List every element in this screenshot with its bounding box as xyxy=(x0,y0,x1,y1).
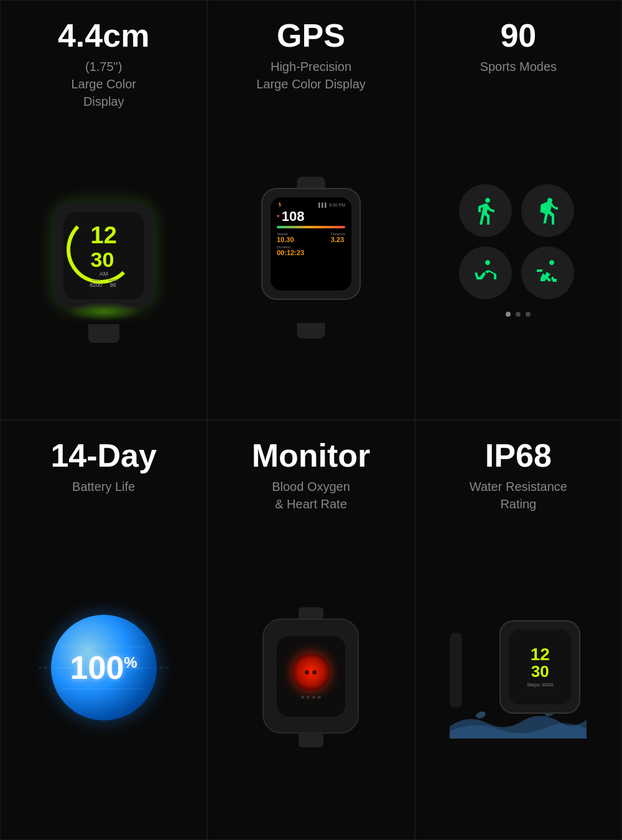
watch2-duration: Duration 00:12:23 xyxy=(277,245,345,256)
monitor-image xyxy=(220,525,401,827)
watch1-glow xyxy=(67,302,141,321)
water-band-side xyxy=(450,633,462,707)
feature-grid: 4.4cm (1.75")Large ColorDisplay 1230 AM … xyxy=(0,0,622,840)
monitor-subtitle: Blood Oxygen& Heart Rate xyxy=(272,478,350,513)
watch2-bar xyxy=(277,226,345,228)
run-icon xyxy=(533,196,563,226)
sensor-watch xyxy=(262,618,359,734)
cell-display: 4.4cm (1.75")Large ColorDisplay 1230 AM … xyxy=(0,0,207,420)
watch1-steps: Steps 8200 xyxy=(90,278,102,288)
battery-image: 100% xyxy=(13,508,194,827)
dot-1 xyxy=(506,312,511,317)
sensor-holes xyxy=(301,696,321,699)
sports-title: 90 xyxy=(500,19,536,52)
sensor-dot-2 xyxy=(312,670,317,674)
sensor-hole-2 xyxy=(307,696,310,699)
jog-icon xyxy=(471,258,501,288)
planet-line-3 xyxy=(62,689,146,689)
planet: 100% xyxy=(42,605,166,730)
planet-line-1 xyxy=(62,646,146,647)
water-watch-main: 12 30 Steps: 8200 xyxy=(499,620,580,714)
sensor-hole-1 xyxy=(301,696,304,699)
dot-2 xyxy=(516,312,521,317)
watch2-hr-value: 108 xyxy=(282,210,305,223)
watch2-screen: 🏃 ▌▌▌ 8:00 PM ♥ 108 Speed 10.30 xyxy=(271,197,351,291)
display-image: 1230 AM Steps 8200 Heart 86 xyxy=(13,123,194,407)
watch1-ampm: AM xyxy=(100,271,108,277)
sensor-light xyxy=(292,653,330,691)
watch2-speed: Speed 10.30 xyxy=(277,232,294,243)
watch1-time: 1230 xyxy=(91,223,117,271)
cell-sports: 90 Sports Modes xyxy=(415,0,622,420)
dots-row xyxy=(506,312,531,317)
dot-3 xyxy=(526,312,531,317)
battery-percent: 100% xyxy=(70,649,137,686)
watch2-top-bar: 🏃 ▌▌▌ 8:00 PM xyxy=(277,202,345,208)
planet-body: 100% xyxy=(51,615,157,721)
battery-subtitle: Battery Life xyxy=(72,478,135,495)
cell-gps: GPS High-PrecisionLarge Color Display 🏃 … xyxy=(207,0,414,420)
display-title: 4.4cm xyxy=(58,19,149,52)
watch1-body: 1230 AM Steps 8200 Heart 86 xyxy=(54,203,154,309)
watch2-distance: Distance 3.23 xyxy=(331,232,345,243)
gps-image: 🏃 ▌▌▌ 8:00 PM ♥ 108 Speed 10.30 xyxy=(220,105,401,407)
watch2-band-bottom xyxy=(297,323,325,338)
gps-subtitle: High-PrecisionLarge Color Display xyxy=(256,58,366,93)
watch1-heart: Heart 86 xyxy=(108,278,118,288)
sports-image xyxy=(428,88,609,407)
battery-title: 14-Day xyxy=(50,439,157,472)
sensor-band-bottom xyxy=(299,732,323,747)
watch2-band-top xyxy=(297,177,325,189)
sensor-back xyxy=(277,636,345,717)
watch2-stats: Speed 10.30 Distance 3.23 xyxy=(277,232,345,243)
water-watch-container: 12 30 Steps: 8200 xyxy=(450,614,587,739)
sensor-watch-wrapper xyxy=(262,618,359,734)
cell-battery: 14-Day Battery Life 100% xyxy=(0,420,207,840)
walk-icon xyxy=(471,196,501,226)
monitor-title: Monitor xyxy=(252,439,371,472)
watch1-screen: 1230 AM Steps 8200 Heart 86 xyxy=(63,212,144,299)
svg-point-0 xyxy=(475,710,486,719)
watch1: 1230 AM Steps 8200 Heart 86 xyxy=(48,203,160,327)
watch1-band xyxy=(88,324,119,343)
sensor-hole-4 xyxy=(318,696,321,699)
water-image: 12 30 Steps: 8200 xyxy=(428,525,609,827)
sports-content xyxy=(459,178,577,317)
sensor-dot-1 xyxy=(305,670,309,674)
watch2-body: 🏃 ▌▌▌ 8:00 PM ♥ 108 Speed 10.30 xyxy=(261,188,361,300)
sensor-band-top xyxy=(299,607,323,620)
sensor-hole-3 xyxy=(312,696,315,699)
percent-symbol: % xyxy=(124,653,137,670)
water-subtitle: Water ResistanceRating xyxy=(470,478,567,513)
heart-icon: ♥ xyxy=(277,213,280,219)
sports-grid xyxy=(459,184,577,302)
sport-run xyxy=(521,184,574,237)
water-title: IP68 xyxy=(485,439,552,472)
water-time2: 30 xyxy=(531,663,549,679)
watch2: 🏃 ▌▌▌ 8:00 PM ♥ 108 Speed 10.30 xyxy=(255,188,367,325)
sports-subtitle: Sports Modes xyxy=(480,58,557,75)
gps-title: GPS xyxy=(277,19,345,52)
water-time: 12 xyxy=(531,646,550,663)
watch1-stats: Steps 8200 Heart 86 xyxy=(90,278,118,288)
water-screen: 12 30 Steps: 8200 xyxy=(509,630,571,704)
cell-monitor: Monitor Blood Oxygen& Heart Rate xyxy=(207,420,414,840)
sport-treadmill xyxy=(521,246,574,299)
treadmill-icon xyxy=(533,258,563,288)
display-subtitle: (1.75")Large ColorDisplay xyxy=(71,58,136,110)
watch2-hr-row: ♥ 108 xyxy=(277,210,345,223)
water-stats: Steps: 8200 xyxy=(527,682,554,688)
sport-walk xyxy=(459,184,512,237)
cell-water: IP68 Water ResistanceRating 12 30 Steps:… xyxy=(415,420,622,840)
sport-jog xyxy=(459,246,512,299)
